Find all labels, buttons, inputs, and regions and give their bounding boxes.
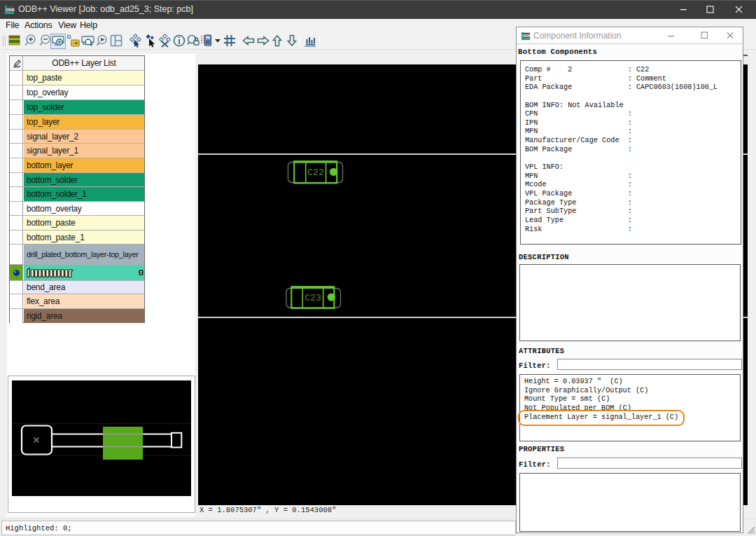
svg-text:ODB: ODB [6,8,14,12]
svg-text:C23: C23 [304,293,321,303]
svg-text:ODB: ODB [522,34,531,38]
svg-text:C22: C22 [307,167,323,178]
